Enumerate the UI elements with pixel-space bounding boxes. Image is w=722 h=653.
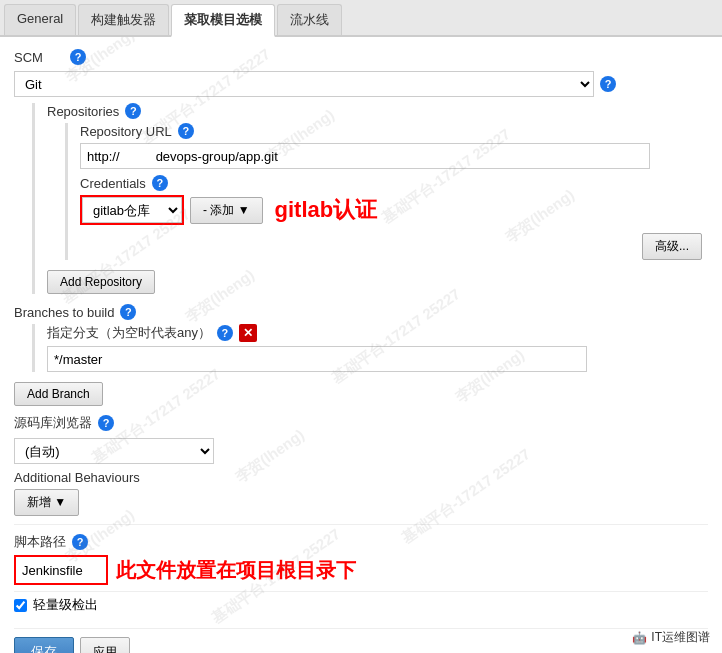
jenkinsfile-box xyxy=(14,555,108,585)
branch-item-help-icon[interactable]: ? xyxy=(217,325,233,341)
add-branch-button[interactable]: Add Branch xyxy=(14,382,103,406)
branch-delete-icon[interactable]: ✕ xyxy=(239,324,257,342)
lightweight-row: 轻量级检出 xyxy=(14,591,708,618)
script-path-annotation: 此文件放置在项目根目录下 xyxy=(116,557,356,584)
scm-value-help-icon[interactable]: ? xyxy=(600,76,616,92)
repo-url-input-row xyxy=(80,143,708,169)
credentials-add-button[interactable]: - 添加 ▼ xyxy=(190,197,263,224)
apply-button[interactable]: 应用 xyxy=(80,637,130,653)
tab-general[interactable]: General xyxy=(4,4,76,35)
repo-details-block: Repository URL ? Credentials ? xyxy=(65,123,708,260)
gitlab-annotation-text: gitlab认证 xyxy=(275,195,378,225)
tabs-bar: General 构建触发器 菜取模目选模 流水线 xyxy=(0,0,722,37)
branch-item-label: 指定分支（为空时代表any） xyxy=(47,324,211,342)
scm-label: SCM xyxy=(14,50,64,65)
scm-help-icon[interactable]: ? xyxy=(70,49,86,65)
main-container: General 构建触发器 菜取模目选模 流水线 李贺(lheng) 基础平台-… xyxy=(0,0,722,653)
add-repo-btn-row: Add Repository xyxy=(47,270,708,294)
additional-behaviours-heading-row: Additional Behaviours xyxy=(14,470,708,485)
script-path-heading-row: 脚本路径 ? xyxy=(14,533,708,551)
add-behaviours-btn-row: 新增 ▼ xyxy=(14,489,708,516)
repositories-label: Repositories xyxy=(47,104,119,119)
source-browser-section: 源码库浏览器 ? (自动) xyxy=(14,414,708,464)
script-path-input-row: 此文件放置在项目根目录下 xyxy=(14,555,708,585)
tab-pipeline[interactable]: 流水线 xyxy=(277,4,342,35)
content-area: 李贺(lheng) 基础平台-17217 25227 李贺(lheng) 基础平… xyxy=(0,37,722,653)
branches-help-icon[interactable]: ? xyxy=(120,304,136,320)
logo-icon: 🤖 xyxy=(632,631,647,645)
script-path-help-icon[interactable]: ? xyxy=(72,534,88,550)
credentials-select-box: gitlab仓库 xyxy=(80,195,184,225)
credentials-select[interactable]: gitlab仓库 xyxy=(82,197,182,223)
additional-behaviours-label: Additional Behaviours xyxy=(14,470,140,485)
branches-section: Branches to build ? 指定分支（为空时代表any） ? ✕ A… xyxy=(14,304,708,406)
add-branch-btn-row: Add Branch xyxy=(14,382,708,406)
lightweight-label: 轻量级检出 xyxy=(33,596,98,614)
branches-heading-row: Branches to build ? xyxy=(14,304,708,320)
additional-behaviours-section: Additional Behaviours 新增 ▼ xyxy=(14,470,708,516)
repo-url-help-icon[interactable]: ? xyxy=(178,123,194,139)
scm-value-row: Git ? xyxy=(14,71,708,97)
scm-row: SCM ? xyxy=(14,49,708,65)
credentials-heading-row: Credentials ? xyxy=(80,175,708,191)
credentials-help-icon[interactable]: ? xyxy=(152,175,168,191)
add-repository-button[interactable]: Add Repository xyxy=(47,270,155,294)
advanced-btn-row: 高级... xyxy=(80,233,708,260)
source-browser-label: 源码库浏览器 xyxy=(14,414,92,432)
source-browser-select[interactable]: (自动) xyxy=(14,438,214,464)
tab-triggers[interactable]: 构建触发器 xyxy=(78,4,169,35)
repositories-section: Repositories ? Repository URL ? Credenti… xyxy=(32,103,708,294)
branch-input-row xyxy=(47,346,708,372)
source-browser-value-row: (自动) xyxy=(14,438,708,464)
save-button[interactable]: 保存 xyxy=(14,637,74,653)
advanced-button[interactable]: 高级... xyxy=(642,233,702,260)
bottom-logo: 🤖 IT运维图谱 xyxy=(632,629,710,646)
script-path-label: 脚本路径 xyxy=(14,533,66,551)
repo-url-input[interactable] xyxy=(80,143,650,169)
script-path-section: 脚本路径 ? 此文件放置在项目根目录下 xyxy=(14,524,708,585)
branch-input[interactable] xyxy=(47,346,587,372)
logo-text: IT运维图谱 xyxy=(651,629,710,646)
repositories-help-icon[interactable]: ? xyxy=(125,103,141,119)
credentials-row: gitlab仓库 - 添加 ▼ gitlab认证 xyxy=(80,195,708,225)
lightweight-checkbox[interactable] xyxy=(14,599,27,612)
script-path-input[interactable] xyxy=(16,557,106,583)
repo-url-label: Repository URL xyxy=(80,124,172,139)
scm-select[interactable]: Git xyxy=(14,71,594,97)
source-browser-help-icon[interactable]: ? xyxy=(98,415,114,431)
branch-item-row: 指定分支（为空时代表any） ? ✕ xyxy=(47,324,708,342)
branches-label: Branches to build xyxy=(14,305,114,320)
bottom-buttons: 保存 应用 xyxy=(14,628,708,653)
repositories-heading-row: Repositories ? xyxy=(47,103,708,119)
branches-detail-block: 指定分支（为空时代表any） ? ✕ xyxy=(32,324,708,372)
credentials-label: Credentials xyxy=(80,176,146,191)
tab-pipeline-module[interactable]: 菜取模目选模 xyxy=(171,4,275,37)
add-behaviours-button[interactable]: 新增 ▼ xyxy=(14,489,79,516)
repo-url-heading-row: Repository URL ? xyxy=(80,123,708,139)
source-browser-heading-row: 源码库浏览器 ? xyxy=(14,414,708,432)
